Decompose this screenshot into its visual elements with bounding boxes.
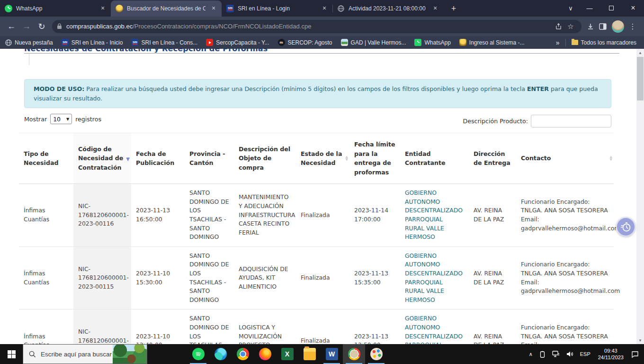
chrome-icon	[237, 348, 249, 360]
globe-icon	[5, 39, 12, 46]
share-icon[interactable]	[552, 20, 564, 33]
tab-buscador-necesidades[interactable]: Buscador de Necesidades de Co ×	[111, 0, 222, 17]
bookmark-ingreso-sistema[interactable]: Ingreso al Sistema -...	[459, 39, 525, 46]
cell-tipo: Ínfimas Cuantías	[19, 184, 73, 247]
timer-widget-button[interactable]	[616, 217, 635, 237]
page-size-value: 10	[53, 116, 61, 123]
scroll-down-icon[interactable]: ▼	[636, 337, 644, 344]
cell-entidad-link[interactable]: GOBIERNO AUTONOMO DESCENTRALIZADO PARROQ…	[400, 246, 469, 309]
taskbar-spotify[interactable]	[187, 344, 209, 364]
clock-time: 09:43	[604, 347, 617, 354]
side-panel-icon[interactable]	[597, 20, 609, 33]
close-tab-icon[interactable]: ×	[98, 4, 107, 13]
close-tab-icon[interactable]: ×	[209, 4, 218, 13]
product-description-input[interactable]	[531, 115, 611, 127]
records-label: registros	[75, 116, 101, 123]
tab-actividad[interactable]: Actividad 2023-11-21 08:00:00 | N ×	[332, 0, 443, 17]
action-center-icon[interactable]	[628, 344, 642, 364]
close-tab-icon[interactable]: ×	[431, 4, 439, 13]
bookmarks-bar: Nueva pestaña SRI SRI en Línea - Inicio …	[0, 36, 644, 49]
tab-search-chevron-icon[interactable]: ∨	[563, 0, 579, 16]
clock-date: 24/11/2023	[598, 354, 624, 361]
start-button[interactable]	[0, 344, 23, 364]
bookmark-sercop-agosto[interactable]: m SERCOP: Agosto	[278, 39, 332, 46]
taskbar-paint[interactable]	[365, 344, 387, 364]
bookmark-sri-inicio[interactable]: SRI SRI en Línea - Inicio	[62, 39, 123, 46]
cell-entidad-link[interactable]: GOBIERNO AUTONOMO DESCENTRALIZADO PARROQ…	[400, 184, 469, 247]
taskbar-excel[interactable]: X	[276, 344, 298, 364]
taskbar-chrome[interactable]	[232, 344, 254, 364]
cell-descripcion: ADQUISICIÓN DE AYUDAS, KIT ALIMENTICIO	[234, 246, 296, 309]
header-entidad-contratante[interactable]: Entidad Contratante	[400, 133, 469, 184]
system-tray: ∧ ESP 09:43 24/11/2023	[526, 344, 644, 364]
taskbar-chrome-profile[interactable]	[343, 344, 365, 364]
window-controls: ∨ — ×	[563, 0, 644, 16]
page-title: Necesidades de Contratación y Recepción …	[24, 49, 616, 53]
cell-contacto: Funcionario Encargado: TNLGA. ANA SOSA T…	[516, 309, 614, 344]
taskbar-word[interactable]: W	[321, 344, 343, 364]
device-sync-icon[interactable]	[536, 344, 549, 364]
scroll-up-icon[interactable]: ▲	[636, 49, 644, 56]
address-bar[interactable]: compraspublicas.gob.ec/ProcesoContrataci…	[52, 20, 581, 33]
excel-icon: X	[281, 348, 294, 360]
new-tab-button[interactable]: +	[447, 2, 460, 15]
taskbar-edge[interactable]	[209, 344, 232, 364]
forward-button[interactable]: →	[19, 19, 34, 34]
bookmark-sri-consultas[interactable]: SRI SRI en Línea - Cons...	[131, 39, 197, 46]
header-descripcion-objeto[interactable]: Descripción del Objeto de compra	[234, 133, 296, 184]
close-window-button[interactable]: ×	[622, 0, 644, 16]
chrome-profile-icon	[348, 348, 360, 360]
bookmark-gad-valle-hermoso[interactable]: GAD | Valle Hermos...	[341, 39, 406, 46]
profile-avatar[interactable]	[612, 20, 624, 33]
tab-sri-login[interactable]: SRI SRI en Línea - Login ×	[222, 0, 332, 17]
header-provincia-canton[interactable]: Provincia - Cantón	[185, 133, 234, 184]
table-header-row: Tipo de Necesidad Código de Necesidad de…	[19, 133, 614, 184]
downloads-icon[interactable]	[584, 20, 597, 33]
taskbar-search-box[interactable]: Escribe aquí para buscar	[23, 344, 147, 364]
page-scrollbar[interactable]: ▲ ▼	[636, 49, 644, 344]
bookmark-sercopcapacita[interactable]: SercopCapacita - Y...	[206, 39, 269, 46]
necesidades-table: Tipo de Necesidad Código de Necesidad de…	[19, 133, 614, 344]
header-estado-necesidad[interactable]: Estado de la Necesidad▲▼	[296, 133, 349, 184]
edge-icon	[215, 348, 227, 360]
taskbar-firefox[interactable]	[254, 344, 276, 364]
cell-fecha-limite: 2023-11-14 17:00:00	[349, 184, 400, 247]
bookmark-whatsapp[interactable]: WhatsApp	[414, 39, 450, 46]
bookmarks-overflow-chevron[interactable]: »	[556, 39, 560, 46]
page-size-select[interactable]: 10 ▼	[50, 114, 72, 124]
reload-button[interactable]: ↻	[34, 19, 49, 34]
header-fecha-limite[interactable]: Fecha límite para la entrega de proforma…	[349, 133, 400, 184]
folder-icon	[572, 40, 578, 45]
close-tab-icon[interactable]: ×	[320, 4, 329, 13]
browser-menu-icon[interactable]: ⋮	[627, 22, 638, 31]
maximize-button[interactable]	[600, 0, 622, 16]
taskbar-file-explorer[interactable]	[298, 344, 321, 364]
all-bookmarks-button[interactable]: Todos los marcadores	[572, 39, 636, 46]
bookmark-label: SERCOP: Agosto	[288, 39, 332, 46]
language-indicator[interactable]: ESP	[577, 344, 594, 364]
taskbar-clock[interactable]: 09:43 24/11/2023	[594, 344, 628, 364]
header-codigo-necesidad[interactable]: Código de Necesidad de Contratación▼	[73, 133, 131, 184]
firefox-icon	[259, 348, 271, 360]
back-button[interactable]: ←	[4, 19, 19, 34]
tab-whatsapp[interactable]: WhatsApp ×	[0, 0, 111, 17]
network-icon[interactable]	[549, 344, 563, 364]
tab-title: Buscador de Necesidades de Co	[127, 5, 206, 12]
cell-entidad-link[interactable]: GOBIERNO AUTONOMO DESCENTRALIZADO PARROQ…	[400, 309, 469, 344]
header-contacto[interactable]: Contacto▲▼	[516, 133, 614, 184]
cell-codigo: NIC-1768120600001-2023-00115	[73, 246, 131, 309]
scrollbar-thumb[interactable]	[637, 57, 644, 100]
minimize-button[interactable]: —	[579, 0, 600, 16]
cell-tipo: Ínfimas Cuantías	[19, 309, 73, 344]
header-fecha-publicacion[interactable]: Fecha de Publicación	[131, 133, 185, 184]
volume-icon[interactable]	[563, 344, 577, 364]
url-text: compraspublicas.gob.ec/ProcesoContrataci…	[66, 23, 552, 30]
cell-fecha-publicacion: 2023-11-13 16:50:00	[131, 184, 185, 247]
hidden-icons-chevron[interactable]: ∧	[526, 344, 536, 364]
header-tipo-necesidad[interactable]: Tipo de Necesidad	[19, 133, 73, 184]
header-direccion-entrega[interactable]: Dirección de Entrega	[469, 133, 516, 184]
bookmark-star-icon[interactable]: ☆	[564, 20, 577, 33]
usage-note-label: MODO DE USO:	[34, 85, 84, 92]
bookmark-nueva-pestana[interactable]: Nueva pestaña	[5, 39, 53, 46]
lock-icon[interactable]	[57, 23, 62, 29]
